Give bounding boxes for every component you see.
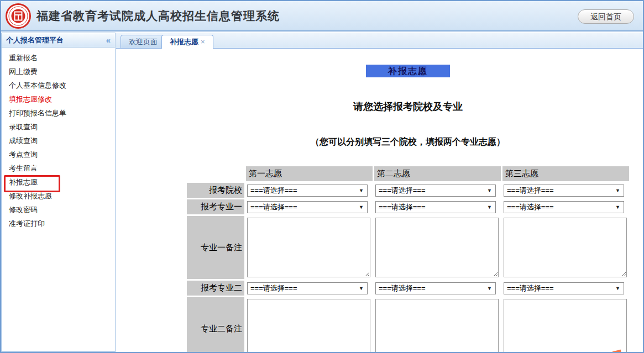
- sidebar-header: 个人报名管理平台 «: [2, 33, 115, 48]
- sidebar-item-candidate-message[interactable]: 考生留言: [2, 161, 115, 175]
- major1-select-choice1[interactable]: ===请选择===▼: [247, 201, 368, 213]
- sidebar-item-print-prereg-form[interactable]: 打印预报名信息单: [2, 106, 115, 120]
- main-content: 补报志愿 请您选择报考院校及专业 （您可以分别填写三个院校，填报两个专业志愿） …: [116, 49, 643, 352]
- tab-welcome-label: 欢迎页面: [129, 38, 158, 46]
- application-table: 第一志愿 第二志愿 第三志愿 报考院校 ===请选择===▼ ===请选择===…: [185, 165, 631, 352]
- major1-note-choice1-textarea[interactable]: [247, 218, 370, 277]
- major2-select-choice3[interactable]: ===请选择===▼: [504, 282, 624, 294]
- sidebar-item-print-admission-ticket[interactable]: 准考证打印: [2, 217, 115, 230]
- dropdown-arrow-icon: ▼: [359, 188, 364, 193]
- dropdown-arrow-icon: ▼: [359, 286, 364, 291]
- sidebar-item-exam-site-query[interactable]: 考点查询: [2, 147, 115, 161]
- sidebar-item-online-payment[interactable]: 网上缴费: [2, 65, 115, 78]
- select-value: ===请选择===: [379, 283, 426, 293]
- tab-bar: 欢迎页面 补报志愿×: [116, 33, 643, 49]
- row-label-college: 报考院校: [187, 183, 244, 198]
- sidebar-item-edit-personal-info[interactable]: 个人基本信息修改: [2, 78, 115, 92]
- select-value: ===请选择===: [250, 186, 297, 196]
- major2-row: 报考专业二 ===请选择===▼ ===请选择===▼ ===请选择===▼: [187, 281, 629, 296]
- sidebar-item-edit-application[interactable]: 填报志愿修改: [2, 92, 115, 106]
- column-header-first-choice: 第一志愿: [246, 166, 373, 181]
- sidebar-item-reapply[interactable]: 重新报名: [2, 51, 115, 65]
- row-label-major1: 报考专业一: [187, 199, 244, 214]
- select-value: ===请选择===: [507, 186, 554, 196]
- dropdown-arrow-icon: ▼: [359, 204, 364, 210]
- major2-note-choice2-textarea[interactable]: [375, 299, 499, 352]
- table-header-row: 第一志愿 第二志愿 第三志愿: [187, 166, 629, 181]
- college-select-choice3[interactable]: ===请选择===▼: [504, 185, 624, 197]
- sidebar-menu: 重新报名 网上缴费 个人基本信息修改 填报志愿修改 打印预报名信息单 录取查询 …: [2, 48, 115, 230]
- college-row: 报考院校 ===请选择===▼ ===请选择===▼ ===请选择===▼: [187, 183, 629, 198]
- college-select-choice1[interactable]: ===请选择===▼: [247, 185, 368, 197]
- select-value: ===请选择===: [379, 186, 426, 196]
- close-tab-icon[interactable]: ×: [201, 38, 205, 46]
- college-select-choice2[interactable]: ===请选择===▼: [375, 185, 496, 197]
- page-title: 福建省教育考试院成人高校招生信息管理系统: [36, 8, 280, 24]
- tab-active-label: 补报志愿: [170, 38, 198, 46]
- sidebar-item-change-password[interactable]: 修改密码: [2, 203, 115, 217]
- sidebar: 个人报名管理平台 « 重新报名 网上缴费 个人基本信息修改 填报志愿修改 打印预…: [1, 33, 116, 352]
- major1-note-choice3-textarea[interactable]: [504, 218, 627, 277]
- select-value: ===请选择===: [250, 283, 297, 293]
- major2-note-row: 专业二备注: [187, 297, 629, 352]
- table-corner-cell: [187, 166, 244, 181]
- major2-select-choice1[interactable]: ===请选择===▼: [247, 282, 368, 294]
- major1-select-choice3[interactable]: ===请选择===▼: [504, 201, 624, 213]
- select-value: ===请选择===: [507, 202, 554, 212]
- select-value: ===请选择===: [250, 202, 297, 212]
- sidebar-title: 个人报名管理平台: [6, 33, 64, 47]
- row-label-major2-note: 专业二备注: [187, 297, 244, 352]
- major1-note-choice2-textarea[interactable]: [375, 218, 499, 277]
- dropdown-arrow-icon: ▼: [615, 286, 620, 291]
- dropdown-arrow-icon: ▼: [615, 204, 620, 210]
- dropdown-arrow-icon: ▼: [487, 286, 492, 291]
- major1-select-choice2[interactable]: ===请选择===▼: [375, 201, 496, 213]
- institute-seal-logo: [6, 3, 31, 29]
- major1-note-row: 专业一备注: [187, 216, 629, 279]
- major1-row: 报考专业一 ===请选择===▼ ===请选择===▼ ===请选择===▼: [187, 199, 629, 214]
- app-header: 福建省教育考试院成人高校招生信息管理系统 返回首页: [1, 1, 643, 31]
- row-label-major1-note: 专业一备注: [187, 216, 244, 279]
- major2-note-choice1-textarea[interactable]: [247, 299, 370, 352]
- row-label-major2: 报考专业二: [187, 281, 244, 296]
- major2-select-choice2[interactable]: ===请选择===▼: [375, 282, 496, 294]
- sidebar-item-admission-query[interactable]: 录取查询: [2, 120, 115, 134]
- select-value: ===请选择===: [379, 202, 426, 212]
- column-header-second-choice: 第二志愿: [374, 166, 501, 181]
- sidebar-item-supplementary-application[interactable]: 补报志愿: [2, 175, 115, 189]
- form-heading: 请您选择报考院校及专业: [185, 100, 631, 113]
- sidebar-item-edit-supplementary-application[interactable]: 修改补报志愿: [2, 189, 115, 203]
- return-home-button[interactable]: 返回首页: [578, 9, 634, 24]
- tab-welcome[interactable]: 欢迎页面: [121, 35, 166, 49]
- form-subheading: （您可以分别填写三个院校，填报两个专业志愿）: [185, 136, 631, 148]
- dropdown-arrow-icon: ▼: [615, 188, 620, 193]
- select-value: ===请选择===: [507, 283, 554, 293]
- major2-note-choice3-textarea[interactable]: [504, 299, 627, 352]
- dropdown-arrow-icon: ▼: [487, 188, 492, 193]
- collapse-sidebar-icon[interactable]: «: [106, 34, 111, 46]
- column-header-third-choice: 第三志愿: [502, 166, 629, 181]
- app-window: 福建省教育考试院成人高校招生信息管理系统 返回首页 个人报名管理平台 « 重新报…: [0, 0, 644, 353]
- tab-supplementary-application[interactable]: 补报志愿×: [161, 35, 213, 49]
- sidebar-item-score-query[interactable]: 成绩查询: [2, 134, 115, 147]
- dropdown-arrow-icon: ▼: [487, 204, 492, 210]
- section-banner: 补报志愿: [366, 65, 450, 77]
